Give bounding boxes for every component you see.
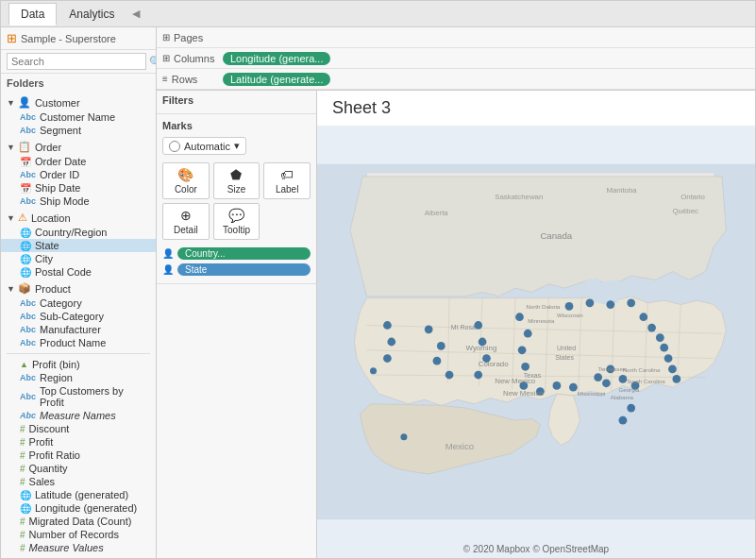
field-measure-values[interactable]: # Measure Values <box>1 541 156 554</box>
shelf-area: ⊞ Pages ⊞ Columns Longitude (genera... ≡… <box>157 27 755 91</box>
group-location-header[interactable]: ▼ ⚠ Location <box>1 210 156 226</box>
field-migrated-data[interactable]: # Migrated Data (Count) <box>1 515 156 528</box>
svg-point-32 <box>647 324 656 332</box>
group-customer-header[interactable]: ▼ 👤 Customer <box>1 94 156 110</box>
marks-field-country[interactable]: 👤 Country... <box>162 246 311 262</box>
svg-text:Georgia: Georgia <box>619 386 640 393</box>
chevron-order: ▼ <box>7 143 15 152</box>
size-button[interactable]: ⬟ Size <box>213 162 260 199</box>
field-profit-ratio[interactable]: # Profit Ratio <box>1 449 156 462</box>
field-subcategory[interactable]: Abc Sub-Category <box>1 310 156 323</box>
circle-icon <box>169 141 180 152</box>
field-profit[interactable]: # Profit <box>1 435 156 449</box>
globe-icon: 🌐 <box>20 228 31 238</box>
group-order: ▼ 📋 Order 📅 Order Date Abc Order ID 📅 <box>1 139 156 208</box>
label-button[interactable]: 🏷 Label <box>263 162 311 199</box>
tab-analytics[interactable]: Analytics <box>57 3 126 25</box>
field-category[interactable]: Abc Category <box>1 296 156 310</box>
field-ship-date[interactable]: 📅 Ship Date <box>1 181 156 195</box>
calendar-icon: 📅 <box>20 183 31 194</box>
svg-text:Mississippi: Mississippi <box>578 390 606 397</box>
collapse-icon[interactable]: ◀ <box>132 8 140 20</box>
field-segment[interactable]: Abc Segment <box>1 124 156 137</box>
marks-type-dropdown[interactable]: Automatic ▾ <box>162 137 246 155</box>
svg-point-48 <box>619 416 628 425</box>
pages-icon: ⊞ <box>162 32 170 42</box>
field-profit-bin[interactable]: ▲ Profit (bin) <box>1 358 156 371</box>
detail-button[interactable]: ⊕ Detail <box>162 203 210 240</box>
field-customer-name[interactable]: Abc Customer Name <box>1 110 156 124</box>
svg-point-36 <box>668 365 677 374</box>
field-top-customers[interactable]: Abc Top Customers by Profit <box>1 384 156 409</box>
color-button[interactable]: 🎨 Color <box>162 162 210 199</box>
field-measure-names[interactable]: Abc Measure Names <box>1 409 156 422</box>
group-product-header[interactable]: ▼ 📦 Product <box>1 280 156 296</box>
data-source[interactable]: ⊞ Sample - Superstore <box>1 27 156 50</box>
field-ship-mode[interactable]: Abc Ship Mode <box>1 195 156 208</box>
svg-text:Manitoba: Manitoba <box>606 186 637 195</box>
search-icon[interactable]: 🔍 <box>149 56 157 68</box>
marks-title: Marks <box>162 120 311 131</box>
filters-section: Filters <box>157 91 316 114</box>
field-number-of-records[interactable]: # Number of Records <box>1 528 156 541</box>
search-input[interactable] <box>7 53 146 70</box>
globe-icon: 🌐 <box>20 267 31 278</box>
field-order-date[interactable]: 📅 Order Date <box>1 155 156 168</box>
svg-text:Saskatchewan: Saskatchewan <box>495 193 543 201</box>
map-attribution: © 2020 Mapbox © OpenStreetMap <box>463 544 609 554</box>
field-latitude[interactable]: 🌐 Latitude (generated) <box>1 488 156 501</box>
rows-pill[interactable]: Latitude (generate... <box>223 73 330 86</box>
svg-point-18 <box>445 371 454 380</box>
field-longitude[interactable]: 🌐 Longitude (generated) <box>1 501 156 515</box>
columns-row: ⊞ Columns Longitude (genera... <box>157 48 755 69</box>
svg-point-26 <box>521 363 529 371</box>
svg-point-17 <box>433 357 442 365</box>
calendar-icon: 📅 <box>20 157 31 167</box>
marks-fields: 👤 Country... 👤 State <box>162 246 311 278</box>
customer-icon: 👤 <box>18 96 31 109</box>
group-order-header[interactable]: ▼ 📋 Order <box>1 139 156 155</box>
abc-icon: Abc <box>20 373 36 382</box>
abc-icon: Abc <box>20 298 36 308</box>
hash-icon: # <box>20 424 25 434</box>
filters-title: Filters <box>162 94 311 106</box>
map-area[interactable]: Canada Saskatchewan Manitoba Québec Onta… <box>317 126 755 558</box>
field-discount[interactable]: # Discount <box>1 422 156 435</box>
field-region[interactable]: Abc Region <box>1 371 156 384</box>
field-country[interactable]: 🌐 Country/Region <box>1 226 156 239</box>
tooltip-button[interactable]: 💬 Tooltip <box>213 203 260 240</box>
svg-text:Mt Rosa: Mt Rosa <box>451 324 476 330</box>
columns-pill[interactable]: Longitude (genera... <box>223 52 330 65</box>
globe-icon: 🌐 <box>20 241 31 251</box>
state-field-pill[interactable]: State <box>177 263 311 276</box>
triangle-icon: ▲ <box>20 360 28 369</box>
hash-icon: # <box>20 464 25 474</box>
product-icon: 📦 <box>18 282 31 295</box>
marks-field-state[interactable]: 👤 State <box>162 262 311 278</box>
svg-text:States: States <box>555 354 574 361</box>
map-container: Sheet 3 <box>317 91 755 558</box>
svg-point-50 <box>400 433 407 440</box>
svg-point-39 <box>619 375 628 383</box>
field-sales[interactable]: # Sales <box>1 475 156 488</box>
country-field-pill[interactable]: Country... <box>177 247 311 260</box>
svg-point-31 <box>639 313 647 321</box>
svg-point-41 <box>602 379 611 387</box>
field-order-id[interactable]: Abc Order ID <box>1 168 156 181</box>
field-product-name[interactable]: Abc Product Name <box>1 336 156 349</box>
hash-icon: # <box>20 543 25 553</box>
field-quantity[interactable]: # Quantity <box>1 462 156 475</box>
abc-icon: Abc <box>20 170 36 179</box>
group-product: ▼ 📦 Product Abc Category Abc Sub-Categor… <box>1 280 156 349</box>
field-manufacturer[interactable]: Abc Manufacturer <box>1 323 156 336</box>
field-city[interactable]: 🌐 City <box>1 252 156 265</box>
sheet-title: Sheet 3 <box>317 91 755 126</box>
svg-point-13 <box>387 338 395 347</box>
svg-text:South Carolina: South Carolina <box>627 378 665 384</box>
field-postal-code[interactable]: 🌐 Postal Code <box>1 265 156 279</box>
field-state[interactable]: 🌐 State <box>1 239 156 252</box>
tab-data[interactable]: Data <box>8 3 57 25</box>
svg-point-33 <box>656 333 664 342</box>
svg-point-12 <box>383 321 392 330</box>
abc-icon: Abc <box>20 411 36 420</box>
